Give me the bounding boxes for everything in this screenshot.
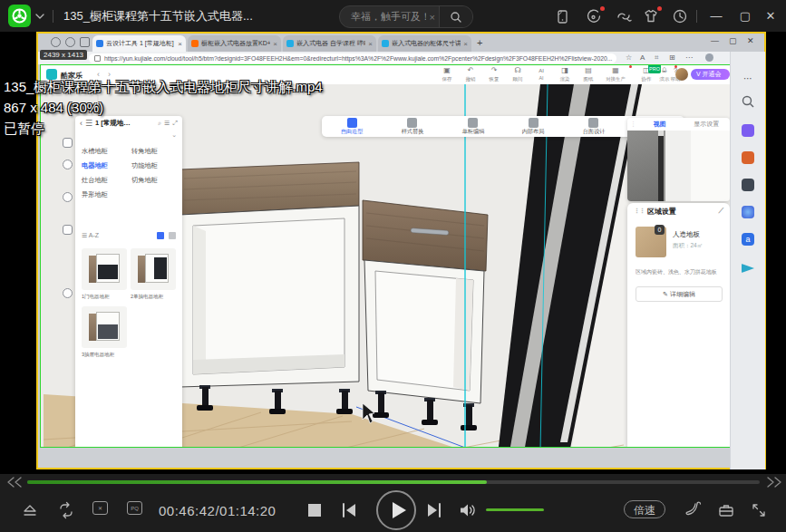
kujiale-logo-icon[interactable]	[46, 69, 57, 80]
subtitle-box-icon[interactable]: ✕	[92, 501, 108, 515]
logo-menu-chevron-icon[interactable]	[34, 12, 45, 21]
category-item[interactable]: 切角地柜	[131, 174, 179, 186]
browser-tab-4[interactable]: 嵌入式电器的柜体尺寸讲解 ×	[378, 35, 471, 52]
edit-pencil-icon[interactable]: ⟋	[718, 207, 723, 216]
toolbar-save[interactable]: ▣保存	[436, 66, 458, 83]
stop-button[interactable]	[308, 504, 321, 517]
sidebar-search-icon[interactable]	[742, 95, 754, 108]
toolbar-drawing[interactable]: ▤图纸	[577, 66, 599, 83]
tab-display-settings[interactable]: 显示设置	[684, 120, 731, 129]
search-input[interactable]: 幸福，触手可及！ ×	[339, 5, 473, 28]
mode-single-cabinet[interactable]: 单柜编辑	[450, 117, 497, 136]
volume-slider[interactable]	[486, 508, 544, 511]
sidebar-tools-icon[interactable]	[742, 151, 754, 164]
new-tab-button[interactable]: +	[477, 37, 482, 48]
back-icon[interactable]: ‹	[80, 119, 82, 128]
mode-freeform[interactable]: 自由造型	[328, 117, 375, 136]
mode-style-swap[interactable]: 样式替换	[389, 117, 436, 136]
maximize-button[interactable]: ▢	[736, 7, 754, 25]
mode-countertop[interactable]: 台面设计	[570, 117, 617, 136]
category-item[interactable]: 转角地柜	[131, 145, 179, 157]
browser-maximize-icon[interactable]: ▢	[729, 36, 737, 45]
drag-handle-icon[interactable]: ⋮⋮	[634, 208, 645, 215]
catalog-search-icon[interactable]: ⌕	[158, 120, 161, 127]
product-card-1[interactable]	[82, 248, 127, 290]
sidebar-image-icon[interactable]	[742, 206, 754, 218]
sidebar-send-icon[interactable]	[742, 262, 754, 275]
player-logo-icon[interactable]	[8, 5, 31, 27]
sidebar-more-icon[interactable]: ⋯	[743, 73, 752, 83]
category-collapse-chevron[interactable]: ⌄	[171, 131, 177, 139]
favorite-star-icon[interactable]: ☆	[626, 53, 632, 62]
toolbar-advisor[interactable]: ☊顾问	[507, 66, 529, 83]
address-bar[interactable]: https://yun.kujiale.com/cloud/tool/h5/bt…	[89, 53, 616, 63]
notification-icon[interactable]	[585, 7, 603, 25]
extensions-icon[interactable]: ⌗	[655, 53, 659, 63]
catalog-expand-icon[interactable]: ⤢	[172, 120, 178, 127]
vip-button[interactable]: V 开通会员	[691, 69, 730, 80]
service-link-icon[interactable]	[615, 7, 633, 25]
volume-icon[interactable]	[457, 500, 477, 520]
sidebar-contacts-icon[interactable]	[742, 179, 754, 191]
select-tool-icon[interactable]	[63, 138, 73, 148]
settings-tool-icon[interactable]	[63, 288, 73, 298]
next-button[interactable]	[424, 500, 444, 520]
reader-icon[interactable]: A	[640, 53, 645, 62]
search-tool-icon[interactable]	[63, 160, 73, 169]
previous-button[interactable]	[339, 500, 359, 520]
tab-close-icon[interactable]: ×	[368, 40, 373, 48]
category-item[interactable]: 功能地柜	[131, 160, 179, 171]
skin-icon[interactable]	[642, 7, 660, 25]
play-button[interactable]	[376, 490, 416, 530]
detail-edit-button[interactable]: ✎ 详细编辑	[636, 286, 723, 302]
browser-tab-1[interactable]: 云设计工具 1 [常规地柜] 酷家乐 ×	[92, 35, 186, 52]
browser-history-icon[interactable]	[65, 37, 75, 47]
mode-interior-layout[interactable]: 内部布局	[509, 117, 557, 136]
history-icon[interactable]	[671, 7, 689, 25]
pin-tool-icon[interactable]	[63, 225, 73, 235]
category-item[interactable]: 灶台地柜	[82, 174, 129, 186]
list-view-icon[interactable]	[169, 232, 176, 239]
toolbar-render[interactable]: ◨渲染	[554, 66, 576, 83]
loop-mode-icon[interactable]	[56, 500, 76, 520]
search-button[interactable]	[439, 6, 472, 27]
category-item[interactable]: 水槽地柜	[82, 145, 129, 157]
browser-avatar[interactable]	[705, 53, 713, 62]
fullscreen-icon[interactable]	[749, 500, 769, 520]
browser-close-icon[interactable]: ✕	[747, 36, 754, 45]
product-card-3[interactable]	[82, 306, 127, 348]
tab-close-icon[interactable]: ×	[273, 40, 277, 48]
tab-view[interactable]: 视图	[636, 120, 684, 129]
sidebar-translate-icon[interactable]: a	[742, 233, 754, 246]
playlist-collapse-icon[interactable]	[5, 476, 24, 488]
catalog-list-icon[interactable]: ☰	[164, 120, 170, 127]
toolbar-ai[interactable]: AIAI	[530, 66, 552, 81]
minimize-button[interactable]: —	[707, 7, 725, 25]
drag-handle-icon[interactable]: ⋮	[627, 121, 636, 128]
toolbar-undo[interactable]: ↶撤销	[460, 66, 481, 83]
category-item[interactable]: 异形地柜	[82, 189, 129, 200]
redo-nav-icon[interactable]: ›	[108, 70, 111, 79]
sidebar-copilot-icon[interactable]	[742, 124, 754, 137]
tab-close-icon[interactable]: ×	[463, 40, 468, 48]
browser-tab-2[interactable]: 橱柜嵌入式电器放置KD+小技巧 ×	[188, 35, 281, 52]
avatar-tool-icon[interactable]	[63, 192, 73, 202]
toolbox-icon[interactable]	[716, 500, 736, 520]
search-clear-icon[interactable]: ×	[426, 12, 439, 23]
menu-icon[interactable]: ☰	[85, 119, 92, 128]
playlist-expand-icon[interactable]	[765, 476, 783, 488]
grid-view-icon[interactable]	[157, 232, 164, 239]
open-file-icon[interactable]	[20, 500, 40, 520]
collections-icon[interactable]: ⊞	[669, 53, 675, 62]
close-button[interactable]: ✕	[762, 7, 780, 25]
toolbar-production[interactable]: ▦对接生产	[601, 66, 630, 83]
sort-icon[interactable]: ☰	[82, 232, 89, 238]
video-display-area[interactable]: 云设计工具 1 [常规地柜] 酷家乐 × 橱柜嵌入式电器放置KD+小技巧 × 嵌…	[0, 32, 786, 474]
quality-box-icon[interactable]: PQ	[127, 501, 142, 515]
user-avatar[interactable]	[675, 68, 688, 81]
view-preview[interactable]	[627, 131, 730, 201]
browser-tab-3[interactable]: 嵌入式电器 自学课程 哔哩哔哩 ×	[283, 35, 376, 52]
tab-close-icon[interactable]: ×	[178, 40, 182, 48]
undo-nav-icon[interactable]: ‹	[97, 70, 100, 79]
speed-button[interactable]: 倍速	[624, 500, 665, 518]
